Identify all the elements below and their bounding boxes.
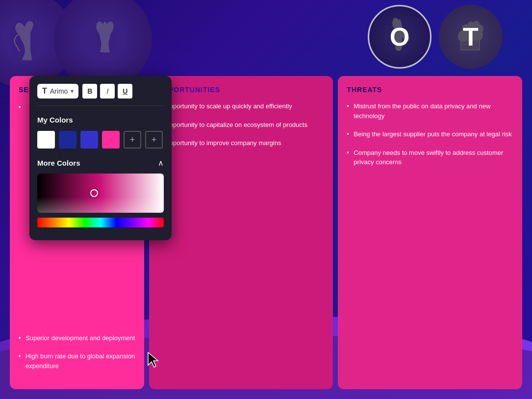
- threats-header: THREATS: [347, 86, 513, 94]
- hue-slider[interactable]: [37, 218, 164, 227]
- more-colors-header: More Colors ∧: [37, 158, 164, 168]
- my-colors-row: + +: [37, 131, 164, 149]
- hand-icon-left-2: [81, 17, 125, 61]
- underline-button[interactable]: U: [118, 84, 132, 99]
- color-picker-popup: T Arimo ▾ B I U My Colors + + More Color…: [29, 76, 172, 240]
- list-item: Mistrust from the public on data privacy…: [347, 101, 513, 121]
- color-swatch-blue[interactable]: [80, 131, 98, 149]
- opportunities-column: OPPORTUNITIES Opportunity to scale up qu…: [149, 76, 333, 389]
- opportunities-header: OPPORTUNITIES: [158, 86, 325, 94]
- gradient-overlay: [37, 174, 164, 213]
- color-swatch-pink[interactable]: [102, 131, 120, 149]
- add-color-btn-2[interactable]: +: [145, 131, 163, 149]
- opportunities-list: Opportunity to scale up quickly and effi…: [158, 101, 325, 148]
- list-item: Being the largest supplier puts the comp…: [347, 129, 513, 139]
- hand-icon-left-1: [2, 17, 47, 61]
- color-swatch-navy[interactable]: [59, 131, 76, 149]
- list-item: Company needs to move swiftly to address…: [347, 148, 513, 167]
- left-circle-2: [54, 0, 152, 88]
- threats-circle: T: [439, 5, 503, 69]
- list-item: Opportunity to capitalize on ecosystem o…: [158, 120, 325, 130]
- cursor-svg: [147, 351, 162, 369]
- font-selector[interactable]: T Arimo ▾: [37, 84, 78, 99]
- threats-list: Mistrust from the public on data privacy…: [347, 101, 513, 167]
- my-colors-label: My Colors: [37, 116, 164, 124]
- more-colors-toggle[interactable]: ∧: [158, 158, 164, 168]
- opportunities-circle: O: [368, 5, 431, 69]
- threats-column: THREATS Mistrust from the public on data…: [338, 76, 522, 389]
- weaknesses-extra-list: Superior development and deployment High…: [19, 333, 135, 371]
- more-colors-label: More Colors: [37, 159, 80, 167]
- font-t-icon: T: [42, 87, 47, 96]
- top-circles-area: O T: [368, 5, 503, 69]
- mouse-cursor: [147, 351, 162, 369]
- main-container: O T SES Superior development and d: [0, 0, 532, 399]
- format-buttons: B I U: [82, 84, 132, 99]
- color-swatch-white[interactable]: [37, 131, 55, 149]
- threats-letter: T: [463, 22, 479, 51]
- opportunities-letter: O: [390, 22, 409, 51]
- italic-button[interactable]: I: [100, 84, 115, 99]
- list-item: Opportunity to scale up quickly and effi…: [158, 101, 325, 111]
- list-item: Superior development and deployment: [19, 333, 135, 343]
- font-chevron-icon: ▾: [71, 88, 74, 95]
- left-circles-area: [0, 0, 152, 88]
- color-picker-cursor[interactable]: [90, 189, 98, 197]
- add-color-btn-1[interactable]: +: [124, 131, 141, 149]
- list-item: Opportunity to improve company margins: [158, 138, 325, 148]
- gradient-picker[interactable]: [37, 174, 164, 213]
- font-name-label: Arimo: [50, 87, 68, 95]
- toolbar-row: T Arimo ▾ B I U: [37, 84, 164, 106]
- list-item: High burn rate due to global expansion e…: [19, 351, 135, 371]
- bold-button[interactable]: B: [82, 84, 97, 99]
